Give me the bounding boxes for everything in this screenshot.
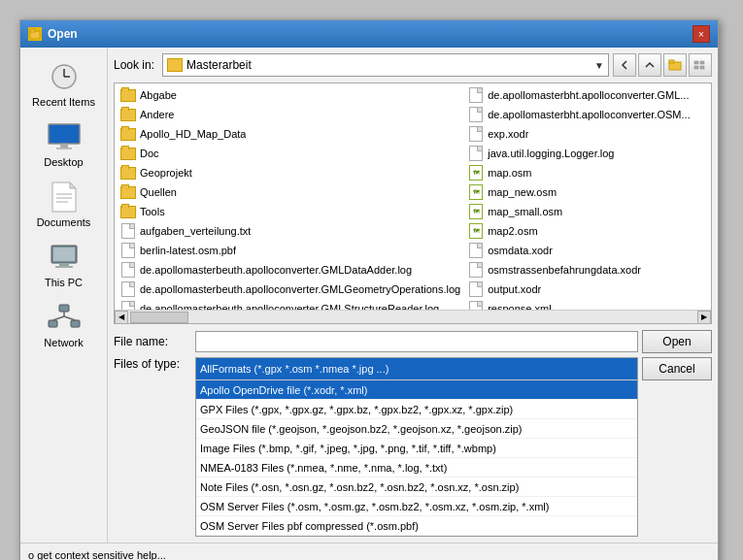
list-item[interactable]: 🗺map_new.osm [464, 182, 709, 202]
list-item[interactable]: 🗺map_small.osm [464, 202, 709, 221]
list-item[interactable]: exp.xodr [464, 124, 709, 144]
filetype-list-item[interactable]: Image Files (*.bmp, *.gif, *.jpeg, *.jpg… [196, 439, 637, 458]
list-item[interactable]: osmstrassenbefahrungdata.xodr [464, 260, 709, 280]
svg-rect-28 [700, 66, 704, 69]
list-item[interactable]: Tools [117, 202, 464, 221]
title-bar: Open × [20, 20, 718, 48]
look-in-combo[interactable]: Masterarbeit ▼ [162, 53, 609, 77]
folder-icon [120, 88, 136, 102]
file-list-container: Abgabede.apollomasterbht.apolloconverter… [114, 82, 712, 324]
file-icon [468, 263, 484, 277]
list-item[interactable]: 🗺map2.osm [464, 221, 709, 241]
sidebar-item-thispc[interactable]: This PC [25, 236, 103, 292]
look-in-arrow: ▼ [594, 60, 604, 71]
filetype-selected[interactable]: AllFormats (*.gpx *.osm *.nmea *.jpg ...… [196, 358, 637, 379]
list-item[interactable]: Apollo_HD_Map_Data [117, 124, 464, 144]
scroll-thumb[interactable] [130, 312, 188, 323]
title-bar-left: Open [28, 27, 78, 41]
list-item[interactable]: 🗺map.osm [464, 163, 709, 182]
filetype-list-item[interactable]: GeoJSON file (*.geojson, *.geojson.bz2, … [196, 419, 637, 439]
list-item[interactable]: Andere [117, 105, 464, 124]
svg-line-22 [64, 316, 76, 320]
osm-file-icon: 🗺 [468, 205, 484, 218]
toolbar-row: Look in: Masterarbeit ▼ [114, 53, 712, 77]
sidebar-item-recent[interactable]: Recent Items [25, 55, 103, 112]
filetype-list-item[interactable]: OSM Server Files pbf compressed (*.osm.p… [196, 516, 637, 536]
file-icon [468, 88, 484, 102]
list-item[interactable]: Geoprojekt [117, 163, 464, 182]
filetype-list-item[interactable]: GPX Files (*.gpx, *.gpx.gz, *.gpx.bz, *.… [196, 400, 637, 419]
filetype-list-item[interactable]: Note Files (*.osn, *.osn.gz, *.osn.bz2, … [196, 478, 637, 497]
file-icon [468, 282, 484, 296]
filetype-dropdown[interactable]: AllFormats (*.gpx *.osm *.nmea *.jpg ...… [195, 357, 638, 537]
list-item[interactable]: de.apollomasterbht.apolloconverter.GML..… [464, 85, 709, 105]
svg-rect-24 [669, 60, 674, 63]
osm-file-icon: 🗺 [468, 224, 484, 238]
list-item[interactable]: Doc [117, 144, 464, 163]
folder-combo-icon [167, 58, 183, 72]
sidebar-item-network[interactable]: Network [25, 296, 103, 352]
scroll-right-button[interactable]: ▶ [697, 311, 711, 324]
new-folder-button[interactable] [663, 53, 687, 77]
svg-rect-26 [700, 61, 704, 64]
list-item[interactable]: Abgabe [117, 85, 464, 105]
list-item[interactable]: response.xml [464, 299, 709, 310]
file-icon [120, 282, 136, 296]
list-item[interactable]: aufgaben_verteilung.txt [117, 221, 464, 241]
recent-icon [45, 59, 84, 94]
folder-icon [120, 108, 136, 121]
thispc-icon [45, 240, 84, 275]
svg-rect-1 [30, 29, 35, 32]
nav-up-button[interactable] [638, 53, 661, 77]
svg-rect-19 [71, 320, 80, 327]
file-name: response.xml [488, 303, 551, 310]
filetype-list-item[interactable]: NMEA-0183 Files (*.nmea, *.nme, *.nma, *… [196, 458, 637, 478]
filetype-list-item[interactable]: Apollo OpenDrive file (*.xodr, *.xml) [196, 380, 637, 400]
close-button[interactable]: × [692, 25, 710, 43]
svg-rect-14 [53, 247, 75, 261]
list-item[interactable]: de.apollomasterbeuth.apolloconverter.GML… [117, 299, 464, 310]
sidebar-label-network: Network [44, 337, 83, 348]
file-name: Geoprojekt [140, 167, 192, 179]
list-item[interactable]: de.apollomasterbeuth.apolloconverter.GML… [117, 280, 464, 299]
sidebar-item-desktop[interactable]: Desktop [25, 115, 103, 172]
file-icon [120, 244, 136, 257]
list-item[interactable]: java.util.logging.Logger.log [464, 144, 709, 163]
status-text: o get context sensitive help... [28, 549, 166, 561]
svg-rect-6 [60, 144, 68, 148]
sidebar-label-desktop: Desktop [44, 156, 83, 168]
file-name: de.apollomasterbeuth.apolloconverter.GML… [140, 264, 412, 276]
sidebar-item-documents[interactable]: Documents [25, 176, 103, 232]
scroll-track[interactable] [128, 311, 697, 324]
documents-icon [45, 180, 84, 214]
view-menu-button[interactable] [689, 53, 712, 77]
file-icon [468, 127, 484, 141]
filename-label: File name: [114, 335, 191, 348]
list-item[interactable]: Quellen [117, 182, 464, 202]
filename-input[interactable] [195, 331, 638, 352]
list-item[interactable]: osmdata.xodr [464, 241, 709, 260]
list-item[interactable]: output.xodr [464, 280, 709, 299]
folder-icon [120, 127, 136, 141]
sidebar-label-recent: Recent Items [32, 96, 95, 108]
cancel-button[interactable]: Cancel [642, 357, 712, 380]
nav-back-button[interactable] [613, 53, 636, 77]
file-name: map_small.osm [488, 206, 562, 217]
list-item[interactable]: berlin-latest.osm.pbf [117, 241, 464, 260]
file-name: aufgaben_verteilung.txt [140, 225, 251, 237]
network-icon [45, 300, 84, 335]
list-item[interactable]: de.apollomasterbht.apolloconverter.OSM..… [464, 105, 709, 124]
sidebar: Recent Items Desktop [20, 48, 108, 543]
file-name: de.apollomasterbeuth.apolloconverter.GML… [140, 303, 439, 310]
open-button[interactable]: Open [642, 330, 712, 353]
file-name: de.apollomasterbht.apolloconverter.GML..… [488, 89, 689, 101]
scroll-left-button[interactable]: ◀ [115, 311, 128, 324]
horizontal-scrollbar[interactable]: ◀ ▶ [115, 310, 711, 323]
list-item[interactable]: de.apollomasterbeuth.apolloconverter.GML… [117, 260, 464, 280]
filetype-list-item[interactable]: OSM Server Files (*.osm, *.osm.gz, *.osm… [196, 497, 637, 516]
svg-rect-5 [49, 124, 80, 144]
filename-row: File name: Open [114, 330, 712, 353]
file-icon [120, 263, 136, 277]
look-in-label: Look in: [114, 58, 154, 72]
file-icon [468, 147, 484, 160]
